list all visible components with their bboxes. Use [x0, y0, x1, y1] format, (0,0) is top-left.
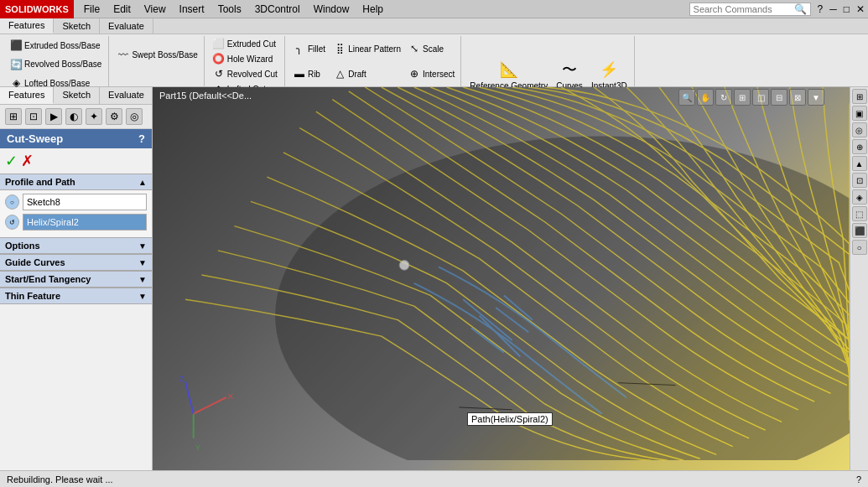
minimize-icon[interactable]: ─ [826, 3, 840, 15]
menu-window[interactable]: Window [307, 0, 356, 18]
ribbon-tabs: Features Sketch Evaluate [0, 18, 868, 34]
vp-btn-view2[interactable]: ◫ [752, 89, 769, 106]
tab-evaluate[interactable]: Evaluate [100, 18, 153, 34]
vp-btn-view3[interactable]: ⊟ [771, 89, 787, 106]
section-profile-path[interactable]: Profile and Path ▲ [0, 174, 152, 190]
btn-extruded-boss[interactable]: ⬛ Extruded Boss/Base [7, 38, 105, 53]
panel-icon-6[interactable]: ⚙ [106, 108, 122, 125]
panel-tabs: Features Sketch Evaluate [0, 87, 152, 105]
panel-icon-1[interactable]: ⊞ [5, 108, 22, 125]
rt-btn-10[interactable]: ○ [852, 240, 867, 255]
btn-revolved-cut[interactable]: ↺ Revolved Cut [210, 66, 281, 81]
section-start-end-tangency[interactable]: Start/End Tangency ▼ [0, 271, 152, 288]
search-input[interactable] [690, 4, 791, 14]
vp-btn-pan[interactable]: ✋ [697, 89, 714, 106]
panel-tab-evaluate[interactable]: Evaluate [100, 87, 153, 104]
linear-pattern-icon: ⣿ [333, 42, 346, 55]
profile-icon: ○ [5, 194, 19, 210]
ok-button[interactable]: ✓ [5, 152, 18, 170]
intersect-icon: ⊕ [408, 67, 421, 80]
tab-features[interactable]: Features [0, 18, 54, 34]
btn-extruded-cut[interactable]: ⬜ Extruded Cut [210, 36, 281, 51]
panel-icon-3[interactable]: ▶ [45, 108, 62, 125]
btn-swept-boss[interactable]: 〰 Swept Boss/Base [114, 48, 200, 63]
panel-tab-sketch[interactable]: Sketch [54, 87, 100, 104]
panel-icon-4[interactable]: ◐ [65, 108, 82, 125]
section-thin-feature[interactable]: Thin Feature ▼ [0, 288, 152, 304]
viewport-svg: X Z Y [153, 87, 850, 460]
menu-3dcontrol[interactable]: 3DControl [248, 0, 307, 18]
btn-draft[interactable]: △ Draft [330, 66, 403, 81]
section-profile-path-content: ○ ↺ [0, 190, 152, 237]
svg-point-0 [275, 136, 850, 460]
svg-text:X: X [228, 391, 234, 401]
instant3d-icon: ⚡ [597, 58, 621, 81]
svg-text:Y: Y [195, 443, 201, 452]
btn-rib[interactable]: ▬ Rib [290, 66, 329, 81]
rt-btn-6[interactable]: ⊡ [852, 173, 867, 188]
hole-wizard-icon: ⭕ [212, 52, 226, 65]
chevron-guide-curves: ▼ [138, 258, 147, 267]
menu-tools[interactable]: Tools [211, 0, 248, 18]
panel-header: Cut-Sweep ? [0, 129, 152, 148]
help-status-icon[interactable]: ? [856, 474, 861, 484]
path-input[interactable] [23, 214, 147, 231]
menu-edit[interactable]: Edit [107, 0, 138, 18]
chevron-profile-path: ▲ [138, 178, 147, 187]
rt-btn-1[interactable]: ⊞ [852, 89, 867, 104]
solidworks-logo: SOLIDWORKS [0, 0, 74, 18]
btn-linear-pattern[interactable]: ⣿ Linear Pattern [330, 41, 403, 56]
revolved-cut-icon: ↺ [212, 67, 226, 80]
btn-hole-wizard[interactable]: ⭕ Hole Wizard [210, 51, 281, 66]
vp-btn-view1[interactable]: ⊞ [734, 89, 751, 106]
rt-btn-7[interactable]: ◈ [852, 189, 867, 205]
menu-view[interactable]: View [138, 0, 173, 18]
curves-icon: 〜 [558, 58, 581, 81]
panel-icon-5[interactable]: ✦ [86, 108, 102, 125]
rt-btn-8[interactable]: ⬚ [852, 206, 867, 221]
vp-btn-options[interactable]: ▼ [808, 89, 824, 106]
help-icon[interactable]: ? [814, 3, 827, 15]
panel-tab-features[interactable]: Features [0, 87, 54, 104]
vp-btn-zoom[interactable]: 🔍 [678, 89, 695, 106]
close-icon[interactable]: ✕ [853, 3, 868, 15]
search-icon[interactable]: 🔍 [791, 3, 810, 15]
btn-fillet[interactable]: ╮ Fillet [290, 41, 329, 56]
btn-intersect[interactable]: ⊕ Intersect [405, 66, 457, 81]
menu-bar: SOLIDWORKS File Edit View Insert Tools 3… [0, 0, 868, 18]
section-guide-curves[interactable]: Guide Curves ▼ [0, 254, 152, 271]
panel-icon-2[interactable]: ⊡ [25, 108, 42, 125]
rt-btn-2[interactable]: ▣ [852, 106, 867, 121]
rt-btn-4[interactable]: ⊕ [852, 139, 867, 154]
svg-line-9 [194, 397, 226, 413]
chevron-options: ▼ [138, 241, 147, 251]
rt-btn-5[interactable]: ▲ [852, 156, 867, 171]
menu-insert[interactable]: Insert [173, 0, 211, 18]
vp-btn-rotate[interactable]: ↻ [715, 89, 732, 106]
cancel-button[interactable]: ✗ [21, 152, 34, 170]
tab-sketch[interactable]: Sketch [54, 18, 100, 34]
svg-line-10 [185, 381, 194, 414]
svg-point-8 [399, 261, 409, 271]
menu-file[interactable]: File [77, 0, 107, 18]
panel-icons: ⊞ ⊡ ▶ ◐ ✦ ⚙ ◎ [0, 105, 152, 129]
panel-help-icon[interactable]: ? [138, 132, 145, 145]
vp-btn-view4[interactable]: ⊠ [789, 89, 806, 106]
panel-icon-7[interactable]: ◎ [126, 108, 143, 125]
maximize-icon[interactable]: □ [840, 3, 853, 15]
search-bar: 🔍 [689, 3, 811, 16]
viewport[interactable]: X Z Y Part15 (Default<<De... 🔍 ✋ ↻ ⊞ ◫ ⊟… [153, 87, 850, 470]
rt-btn-3[interactable]: ◎ [852, 122, 867, 137]
menu-help[interactable]: Help [356, 0, 390, 18]
cut-sweep-panel: Cut-Sweep ? ✓ ✗ Profile and Path ▲ ○ ↺ [0, 129, 152, 470]
sketch-input[interactable] [23, 194, 147, 210]
btn-scale[interactable]: ⤡ Scale [405, 41, 457, 56]
chevron-start-end: ▼ [138, 275, 147, 284]
scale-icon: ⤡ [408, 42, 421, 55]
section-options[interactable]: Options ▼ [0, 237, 152, 254]
viewport-title: Part15 (Default<<De... [159, 91, 252, 101]
path-field-row: ↺ [5, 214, 147, 231]
rt-btn-9[interactable]: ⬛ [852, 223, 867, 238]
chevron-thin-feature: ▼ [138, 292, 147, 301]
btn-revolved-boss[interactable]: 🔄 Revolved Boss/Base [7, 57, 105, 72]
